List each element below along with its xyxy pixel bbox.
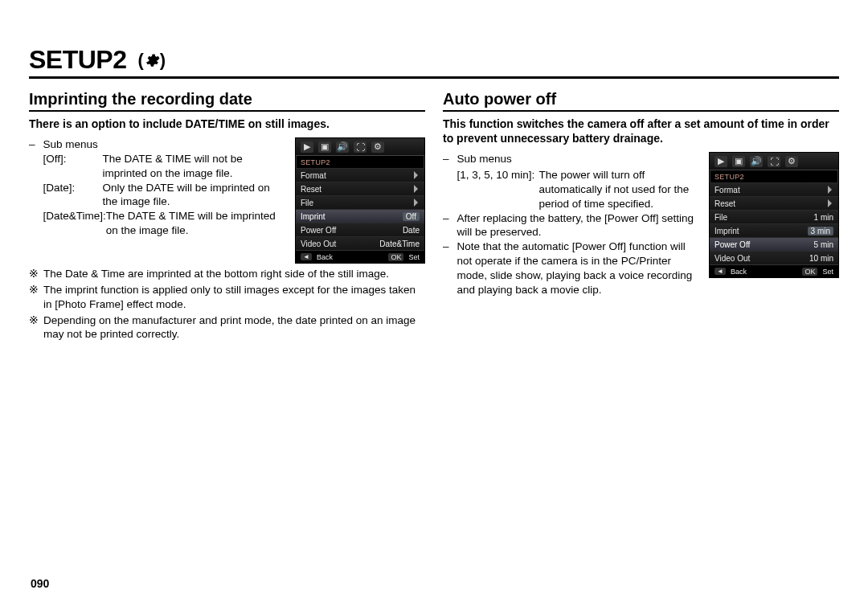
gear-icon: () — [137, 51, 166, 69]
definition-row: [Off]: The DATE & TIME will not be impri… — [43, 152, 285, 181]
bullet-text: Note that the automatic [Power Off] func… — [457, 240, 699, 297]
lcd-row-file: File 1 min — [710, 210, 838, 223]
def-term-date: [Date]: — [43, 181, 103, 210]
left-column: Imprinting the recording date There is a… — [29, 90, 425, 342]
options-term: [1, 3, 5, 10 min]: — [457, 168, 539, 211]
lcd-row-imprint: Imprint Off — [296, 209, 424, 223]
definition-row: [1, 3, 5, 10 min]: The power will turn o… — [457, 168, 699, 211]
submenus-item: Sub menus [1, 3, 5, 10 min]: The power w… — [443, 152, 699, 211]
lcd-label: Reset — [301, 185, 411, 194]
lcd-label: Reset — [714, 199, 825, 208]
back-label: Back — [317, 253, 333, 261]
chevron-right-icon — [413, 171, 420, 179]
submenus-item: Sub menus [Off]: The DATE & TIME will no… — [29, 137, 285, 238]
square-icon: ▣ — [732, 156, 745, 167]
lcd-row-reset: Reset — [296, 182, 424, 195]
right-column: Auto power off This function switches th… — [443, 90, 839, 342]
square-icon: ▣ — [318, 141, 331, 153]
lcd-screenshot-poweroff: ▶ ▣ 🔊 ⛶ ⚙ SETUP2 Format Reset File — [709, 152, 839, 278]
chevron-right-icon — [827, 199, 833, 207]
sound-icon: 🔊 — [750, 156, 763, 167]
section-heading-autopoweroff: Auto power off — [443, 90, 839, 109]
play-icon: ▶ — [301, 141, 313, 153]
section-heading-imprint: Imprinting the recording date — [29, 90, 425, 109]
ok-key-icon: OK — [388, 253, 403, 261]
sound-icon: 🔊 — [336, 141, 349, 153]
lcd-label: Imprint — [714, 227, 808, 235]
setup2-icon: ⚙ — [785, 156, 798, 167]
chevron-right-icon — [827, 186, 833, 194]
chevron-right-icon — [413, 185, 420, 193]
lcd-row-videoout: Video Out Date&Time — [296, 236, 424, 250]
page-title: SETUP2 — [29, 45, 126, 75]
lcd-value: 3 min — [808, 227, 833, 235]
lcd-row-poweroff: Power Off Date — [296, 223, 424, 236]
page-number: 090 — [31, 577, 49, 590]
lcd-row-imprint: Imprint 3 min — [710, 223, 838, 237]
def-desc-date: Only the DATE will be imprinted on the i… — [103, 181, 285, 210]
submenus-label: Sub menus — [43, 137, 285, 152]
def-desc-datetime: The DATE & TIME will be imprinted on the… — [106, 209, 285, 238]
lcd-crumb: SETUP2 — [296, 156, 424, 168]
lcd-footer: ◄ Back OK Set — [296, 250, 424, 263]
left-notes: The Date & Time are imprinted at the bot… — [29, 267, 425, 342]
submenus-label: Sub menus — [457, 152, 699, 166]
lcd-row-format: Format — [296, 168, 424, 182]
setup1-icon: ⛶ — [354, 141, 366, 153]
lcd-label: File — [301, 199, 411, 207]
lcd-screenshot-imprint: ▶ ▣ 🔊 ⛶ ⚙ SETUP2 Format Reset File — [295, 137, 425, 264]
lcd-label: File — [714, 213, 814, 222]
bullet-text: After replacing the battery, the [Power … — [457, 211, 699, 240]
setup2-icon: ⚙ — [371, 141, 384, 153]
ok-label: Set — [822, 268, 833, 276]
lcd-row-reset: Reset — [710, 196, 838, 210]
page-title-bar: SETUP2 () — [29, 45, 839, 79]
lcd-top-icons: ▶ ▣ 🔊 ⛶ ⚙ — [296, 138, 424, 156]
bullet-item: After replacing the battery, the [Power … — [443, 211, 699, 240]
lcd-label: Power Off — [714, 240, 814, 249]
def-desc-off: The DATE & TIME will not be imprinted on… — [103, 152, 285, 181]
lcd-label: Power Off — [301, 226, 403, 235]
section-heading-wrap: Imprinting the recording date — [29, 90, 425, 112]
lcd-label: Imprint — [301, 212, 403, 221]
lcd-label: Format — [714, 186, 825, 194]
lcd-label: Video Out — [301, 240, 379, 248]
def-term-off: [Off]: — [43, 152, 103, 181]
section-heading-wrap: Auto power off — [443, 90, 839, 112]
back-key-icon: ◄ — [301, 253, 312, 260]
left-intro: There is an option to include DATE/TIME … — [29, 117, 425, 131]
lcd-crumb: SETUP2 — [710, 170, 838, 182]
lcd-value: 1 min — [814, 213, 833, 222]
bullet-item: Note that the automatic [Power Off] func… — [443, 240, 699, 297]
lcd-value: Date&Time — [379, 240, 420, 248]
definition-row: [Date]: Only the DATE will be imprinted … — [43, 181, 285, 210]
right-intro: This function switches the camera off af… — [443, 117, 839, 145]
back-label: Back — [731, 268, 747, 276]
lcd-value: Off — [403, 212, 420, 221]
lcd-label: Format — [301, 171, 411, 180]
lcd-row-file: File — [296, 195, 424, 209]
chevron-right-icon — [413, 199, 420, 207]
lcd-row-poweroff: Power Off 5 min — [710, 237, 838, 251]
play-icon: ▶ — [714, 156, 727, 167]
lcd-row-videoout: Video Out 10 min — [710, 251, 838, 264]
back-key-icon: ◄ — [714, 268, 726, 275]
lcd-top-icons: ▶ ▣ 🔊 ⛶ ⚙ — [710, 153, 838, 170]
ok-key-icon: OK — [802, 268, 817, 276]
definition-row: [Date&Time]: The DATE & TIME will be imp… — [43, 209, 285, 238]
options-desc: The power will turn off automatically if… — [539, 168, 699, 211]
lcd-value: Date — [403, 226, 420, 235]
note-item: The Date & Time are imprinted at the bot… — [29, 267, 425, 281]
def-term-datetime: [Date&Time]: — [43, 209, 106, 238]
lcd-footer: ◄ Back OK Set — [710, 264, 838, 277]
lcd-label: Video Out — [714, 254, 809, 263]
ok-label: Set — [408, 253, 420, 261]
lcd-value: 10 min — [809, 254, 833, 263]
lcd-value: 5 min — [814, 240, 833, 249]
note-item: The imprint function is applied only to … — [29, 283, 425, 312]
setup1-icon: ⛶ — [768, 156, 780, 167]
lcd-row-format: Format — [710, 182, 838, 196]
note-item: Depending on the manufacturer and print … — [29, 313, 425, 342]
